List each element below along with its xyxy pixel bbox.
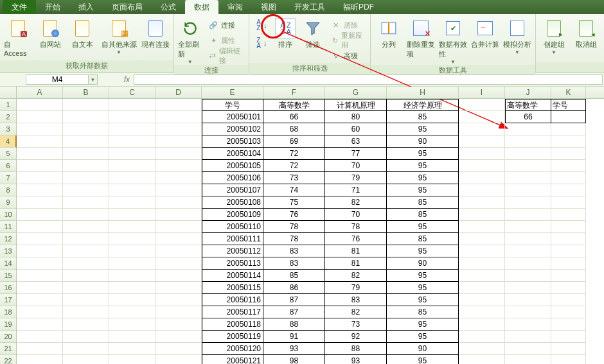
cell[interactable]: 74: [263, 184, 325, 196]
cell[interactable]: [459, 172, 505, 184]
col-header[interactable]: J: [505, 87, 551, 98]
cell[interactable]: 学号: [551, 99, 586, 111]
cell[interactable]: [155, 355, 202, 364]
cell[interactable]: [459, 99, 505, 111]
cell[interactable]: [551, 343, 586, 355]
cell[interactable]: 85: [387, 196, 459, 209]
reapply-button[interactable]: ↻重新应用: [328, 33, 366, 48]
cell[interactable]: [505, 123, 551, 135]
col-header[interactable]: G: [325, 87, 387, 98]
from-text-button[interactable]: 自文本: [68, 17, 96, 49]
cell[interactable]: [505, 257, 551, 270]
cell[interactable]: 学号: [202, 99, 263, 111]
col-header[interactable]: C: [109, 87, 155, 98]
cell[interactable]: [459, 257, 505, 270]
cell[interactable]: 70: [325, 209, 387, 221]
col-header[interactable]: A: [17, 87, 63, 98]
cell[interactable]: [63, 148, 109, 160]
cell[interactable]: 86: [263, 282, 325, 294]
cell[interactable]: [459, 306, 505, 318]
cell[interactable]: 82: [325, 196, 387, 209]
cell[interactable]: 87: [263, 306, 325, 318]
cell[interactable]: [109, 343, 155, 355]
cell[interactable]: [17, 257, 63, 270]
cell[interactable]: [551, 123, 586, 135]
cell[interactable]: [459, 196, 505, 209]
cell[interactable]: [551, 355, 586, 364]
cell[interactable]: 88: [325, 343, 387, 355]
cell[interactable]: [63, 111, 109, 123]
cell[interactable]: 66: [505, 111, 551, 123]
tab-pagelayout[interactable]: 页面布局: [103, 0, 152, 14]
cell[interactable]: 经济学原理: [387, 99, 459, 111]
cell[interactable]: [551, 257, 586, 270]
cell[interactable]: [505, 355, 551, 364]
cell[interactable]: 76: [263, 209, 325, 221]
cell[interactable]: 20050104: [202, 148, 263, 160]
cell[interactable]: [109, 270, 155, 282]
cell[interactable]: [63, 233, 109, 245]
row-header[interactable]: 8: [0, 184, 17, 196]
cell[interactable]: [459, 270, 505, 282]
cell[interactable]: [109, 331, 155, 343]
cell[interactable]: [551, 196, 586, 209]
cell[interactable]: 82: [325, 270, 387, 282]
cell[interactable]: [459, 294, 505, 306]
col-header[interactable]: E: [202, 87, 263, 98]
sort-ascending-button[interactable]: AZ↓: [253, 18, 270, 32]
row-header[interactable]: 4: [0, 135, 17, 148]
cell[interactable]: [551, 233, 586, 245]
cell[interactable]: [109, 245, 155, 257]
cell[interactable]: [551, 282, 586, 294]
col-header[interactable]: H: [387, 87, 459, 98]
tab-view[interactable]: 视图: [252, 0, 285, 14]
sort-descending-button[interactable]: ZA↓: [253, 36, 270, 50]
cell[interactable]: 95: [387, 172, 459, 184]
cell[interactable]: 63: [325, 135, 387, 148]
cell[interactable]: 90: [387, 343, 459, 355]
cell[interactable]: [505, 209, 551, 221]
cell[interactable]: [109, 221, 155, 233]
cell[interactable]: 93: [263, 343, 325, 355]
cell[interactable]: [155, 270, 202, 282]
cell[interactable]: [505, 282, 551, 294]
cell[interactable]: 95: [387, 148, 459, 160]
formula-input[interactable]: [134, 74, 603, 85]
cell[interactable]: 20050119: [202, 331, 263, 343]
whatif-button[interactable]: 模拟分析▼: [503, 17, 531, 55]
cell[interactable]: [155, 331, 202, 343]
cell[interactable]: [17, 221, 63, 233]
cell[interactable]: [109, 148, 155, 160]
worksheet[interactable]: A B C D E F G H I J K 1学号高等数学计算机原理经济学原理高…: [0, 87, 604, 364]
cell[interactable]: [17, 172, 63, 184]
edit-links-button[interactable]: ⮂编辑链接: [206, 49, 245, 63]
cell[interactable]: [17, 318, 63, 331]
cell[interactable]: [459, 160, 505, 172]
cell[interactable]: [459, 221, 505, 233]
cell[interactable]: [459, 123, 505, 135]
cell[interactable]: 85: [263, 270, 325, 282]
cell[interactable]: 70: [325, 160, 387, 172]
cell[interactable]: [155, 135, 202, 148]
cell[interactable]: [505, 270, 551, 282]
cell[interactable]: 72: [263, 160, 325, 172]
cell[interactable]: [551, 135, 586, 148]
cell[interactable]: 95: [387, 123, 459, 135]
column-headers[interactable]: A B C D E F G H I J K: [0, 87, 604, 99]
tab-insert[interactable]: 插入: [69, 0, 103, 14]
row-header[interactable]: 2: [0, 111, 17, 123]
cell[interactable]: 73: [325, 318, 387, 331]
cell[interactable]: 71: [325, 184, 387, 196]
cell[interactable]: [155, 123, 202, 135]
cell[interactable]: [63, 135, 109, 148]
cell[interactable]: 20050112: [202, 245, 263, 257]
cell[interactable]: [109, 172, 155, 184]
cell[interactable]: 77: [325, 148, 387, 160]
row-header[interactable]: 18: [0, 306, 17, 318]
cell[interactable]: [63, 343, 109, 355]
cell[interactable]: [109, 257, 155, 270]
cell[interactable]: [17, 245, 63, 257]
row-header[interactable]: 5: [0, 148, 17, 160]
cell[interactable]: [505, 233, 551, 245]
tab-developer[interactable]: 开发工具: [285, 0, 334, 14]
